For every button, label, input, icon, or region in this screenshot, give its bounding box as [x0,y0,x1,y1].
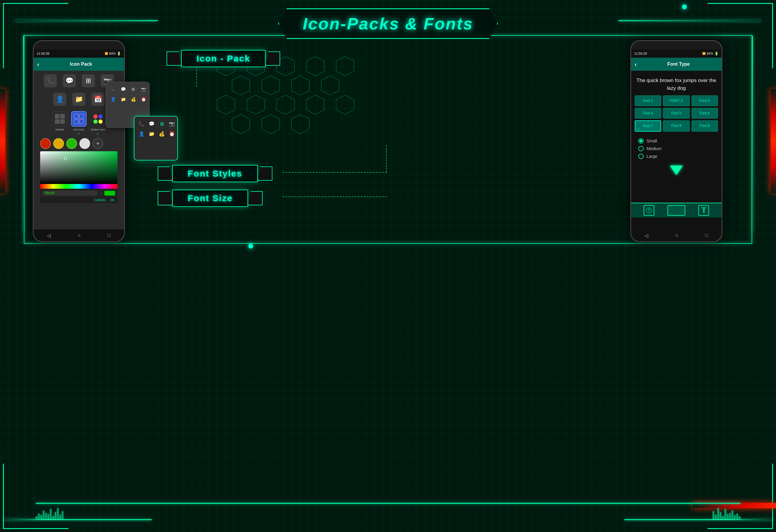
left-phone-nav-bar: ◁ ○ □ [34,229,124,241]
right-nav-back-icon[interactable]: ◁ [644,233,648,238]
font-styles-banner-inner: Font Styles [172,165,258,182]
eq-bar-4 [43,511,44,520]
popup-g-phone-icon: 📞 [138,119,146,128]
font-btn-6[interactable]: Font 6 [692,108,718,118]
color-hex-input[interactable]: 00cc00 [42,191,97,196]
circuit-bottom [36,503,740,504]
font-size-medium[interactable]: Medium [638,146,715,151]
font-btn-3[interactable]: Font 3 [692,95,718,106]
icon-pack-banner: Icon - Pack [167,50,280,67]
svg-marker-9 [217,95,235,114]
ok-button[interactable]: OK [110,199,115,202]
font-7-check: ✓ [637,127,639,130]
eq-r-bar-2 [715,515,717,520]
right-nav-recent-icon[interactable]: □ [705,233,708,238]
app-icon-phone[interactable]: 📞 [44,74,57,87]
eq-bar-11 [59,515,61,520]
svg-marker-8 [321,76,339,95]
font-btn-5[interactable]: Font 5 [663,108,690,118]
right-phone-back-button[interactable]: ‹ [635,61,637,68]
popup-phone-icon: 📞 [109,85,117,93]
app-icon-folder[interactable]: 📁 [72,93,85,106]
left-phone-battery: 84% [109,52,116,55]
icon-pack-system-check: ✓ [96,131,100,136]
popup-g-user-icon: 👤 [138,129,146,138]
popup-folder-icon: 📁 [119,95,127,103]
eq-r-bar-4 [720,512,721,520]
cyan-dot-1 [682,4,687,9]
color-picker-gradient-area[interactable] [40,151,118,184]
eq-bar-12 [62,511,63,520]
color-white[interactable] [79,138,90,149]
left-phone-back-button[interactable]: ‹ [37,61,39,68]
font-btn-7[interactable]: Font 7 ✓ [635,120,661,131]
radio-medium[interactable] [638,146,644,151]
color-add-button[interactable]: + [92,138,103,149]
font-bottom-icon-2[interactable]: 𝕋 [699,205,709,216]
cancel-button[interactable]: CANCEL [94,199,107,202]
icon-pack-banner-text: Icon - Pack [197,53,250,63]
red-accent-left [0,89,5,193]
color-picker-hue-slider[interactable] [40,184,118,189]
svg-marker-14 [232,114,250,134]
icon-pack-line-check: ✓ [77,131,80,136]
nav-home-icon[interactable]: ○ [77,233,80,238]
app-icon-person[interactable]: 👤 [53,93,66,106]
eq-r-bar-8 [729,513,731,520]
svg-marker-15 [262,114,279,134]
eq-r-bar-3 [718,508,719,520]
font-size-medium-label: Medium [647,146,661,151]
svg-marker-10 [247,95,265,114]
icon-pack-default[interactable]: Default [52,111,67,136]
font-size-large[interactable]: Large [638,154,715,159]
icon-pack-system-label: System Icon [90,128,105,131]
color-yellow[interactable] [53,138,64,149]
app-icon-calendar[interactable]: 📅 [91,93,105,106]
page-title: Icon-Packs & Fonts [303,14,473,33]
right-phone-nav-bar: ◁ ○ □ [631,229,722,241]
right-phone-toolbar: ‹ Font Type [631,58,722,71]
dashed-line-h2 [282,172,387,173]
svg-marker-3 [306,56,324,76]
eq-bar-7 [50,509,51,520]
font-size-small[interactable]: Small [638,138,715,144]
app-icon-grid[interactable]: ⊞ [82,74,95,87]
icon-pack-default-label: Default [56,128,64,131]
eq-r-bar-1 [713,511,714,520]
popup-chat-icon: 💬 [119,85,127,93]
eq-bar-9 [55,512,56,520]
font-btn-9[interactable]: Font 9 [692,120,718,131]
eq-r-bar-5 [722,516,724,520]
right-nav-home-icon[interactable]: ○ [675,233,678,238]
svg-marker-7 [292,76,309,95]
font-btn-2[interactable]: FONT 2 [663,95,690,106]
popup-g-clock-icon: ⏰ [168,129,176,138]
eq-bar-10 [57,508,58,520]
color-green[interactable] [66,138,77,149]
popup-grid-icon: ⊞ [129,85,138,93]
font-btn-8[interactable]: Font 8 [663,120,690,131]
font-bottom-icon-1[interactable]: Ⓣ [644,205,654,216]
font-btn-4[interactable]: Font 4 [635,108,661,118]
red-accent-right [771,89,776,193]
left-phone-toolbar: ‹ Icon Pack [34,58,124,71]
left-phone-status-bar: 11:56:38 📶 84% 🔋 [34,49,124,58]
left-phone-time: 11:56:38 [37,52,49,55]
icon-pack-system[interactable]: System Icon ✓ [90,111,106,136]
font-bottom-bar: Ⓣ 𝕋 [631,203,722,218]
icon-pack-line[interactable]: Line Icon ✓ [71,111,86,136]
nav-recent-icon[interactable]: □ [108,233,111,238]
nav-back-icon[interactable]: ◁ [47,233,50,238]
title-line-left [15,20,158,21]
color-red[interactable] [40,138,51,149]
title-line-right [618,20,761,21]
app-icon-message[interactable]: 💬 [63,74,76,87]
right-phone: 11:56:28 📶 84% 🔋 ‹ Font Type The quick b… [630,40,723,242]
font-btn-1[interactable]: Font 1 [635,95,661,106]
left-phone: 11:56:38 📶 84% 🔋 ‹ Icon Pack 📞 💬 ⊞ 📷 � [33,40,125,242]
radio-large[interactable] [638,154,644,159]
eq-r-bar-7 [727,514,728,520]
radio-small[interactable] [638,138,644,144]
font-size-small-label: Small [647,139,657,143]
popup-user-icon: 👤 [109,95,117,103]
